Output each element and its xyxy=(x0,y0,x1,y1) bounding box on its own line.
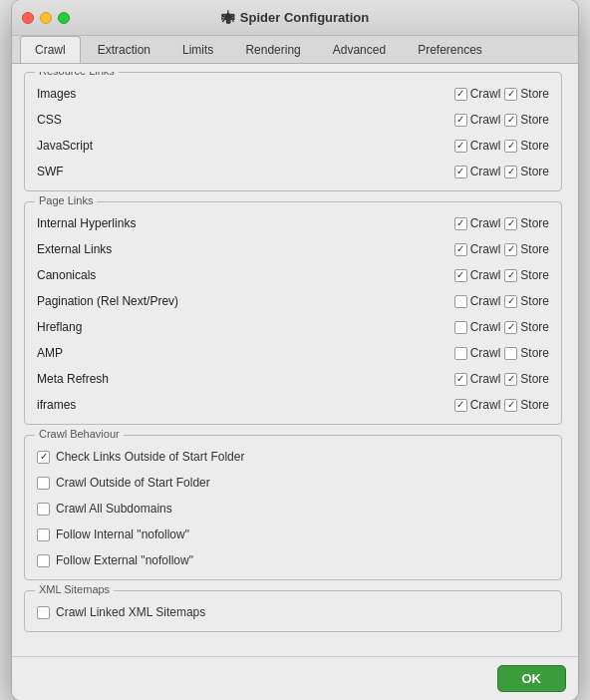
table-row: Pagination (Rel Next/Prev)CrawlStore xyxy=(35,288,551,314)
crawl-checkbox[interactable] xyxy=(454,269,467,282)
crawl-label: Crawl xyxy=(470,165,501,178)
row-label: Pagination (Rel Next/Prev) xyxy=(37,294,454,308)
store-label: Store xyxy=(520,268,549,282)
option-checkbox[interactable] xyxy=(37,451,50,464)
option-label: Follow Internal "nofollow" xyxy=(56,527,189,541)
option-label: Crawl Outside of Start Folder xyxy=(56,476,210,490)
tab-crawl[interactable]: Crawl xyxy=(20,36,81,63)
crawl-checkbox[interactable] xyxy=(454,399,467,412)
crawl-checkbox[interactable] xyxy=(454,295,467,308)
store-label: Store xyxy=(520,294,549,308)
tab-limits[interactable]: Limits xyxy=(167,36,228,63)
table-row: SWFCrawlStore xyxy=(35,159,551,184)
row-label: External Links xyxy=(37,242,454,256)
crawl-label: Crawl xyxy=(470,398,501,412)
option-checkbox[interactable] xyxy=(37,528,50,541)
spider-icon: 🕷 xyxy=(221,10,235,26)
group-xml-sitemaps: XML SitemapsCrawl Linked XML Sitemaps xyxy=(24,590,562,632)
row-label: AMP xyxy=(37,346,454,360)
crawl-label: Crawl xyxy=(470,87,501,101)
row-controls: CrawlStore xyxy=(454,242,549,256)
row-label: CSS xyxy=(37,113,454,127)
list-item: Crawl Linked XML Sitemaps xyxy=(35,599,551,625)
store-checkbox[interactable] xyxy=(504,140,517,153)
tab-rendering[interactable]: Rendering xyxy=(230,36,315,63)
row-label: iframes xyxy=(37,398,454,412)
group-page-links: Page LinksInternal HyperlinksCrawlStoreE… xyxy=(24,201,562,425)
minimize-button[interactable] xyxy=(40,12,52,24)
crawl-label: Crawl xyxy=(470,216,501,230)
crawl-checkbox[interactable] xyxy=(454,321,467,334)
row-label: Images xyxy=(37,87,454,101)
store-label: Store xyxy=(520,346,549,360)
store-checkbox[interactable] xyxy=(504,347,517,360)
row-controls: CrawlStore xyxy=(454,113,549,127)
row-controls: CrawlStore xyxy=(454,398,549,412)
crawl-checkbox[interactable] xyxy=(454,140,467,153)
store-checkbox[interactable] xyxy=(504,373,517,386)
tab-advanced[interactable]: Advanced xyxy=(318,36,401,63)
store-checkbox[interactable] xyxy=(504,88,517,101)
group-crawl-behaviour: Crawl BehaviourCheck Links Outside of St… xyxy=(24,435,562,580)
store-checkbox[interactable] xyxy=(504,321,517,334)
ok-button[interactable]: OK xyxy=(497,665,567,692)
scroll-area[interactable]: Resource LinksImagesCrawlStoreCSSCrawlSt… xyxy=(24,72,566,644)
window-title: 🕷 Spider Configuration xyxy=(221,10,369,26)
store-checkbox[interactable] xyxy=(504,269,517,282)
crawl-checkbox[interactable] xyxy=(454,217,467,230)
crawl-label: Crawl xyxy=(470,346,501,360)
option-checkbox[interactable] xyxy=(37,477,50,490)
crawl-checkbox[interactable] xyxy=(454,88,467,101)
crawl-label: Crawl xyxy=(470,372,501,386)
row-label: JavaScript xyxy=(37,139,454,153)
list-item: Crawl All Subdomains xyxy=(35,496,551,522)
tab-extraction[interactable]: Extraction xyxy=(83,36,165,63)
close-button[interactable] xyxy=(22,12,34,24)
row-label: Hreflang xyxy=(37,320,454,334)
store-checkbox[interactable] xyxy=(504,114,517,127)
crawl-checkbox[interactable] xyxy=(454,347,467,360)
footer: OK xyxy=(12,656,578,700)
tab-bar: CrawlExtractionLimitsRenderingAdvancedPr… xyxy=(12,36,578,64)
group-title-resource-links: Resource Links xyxy=(35,72,119,77)
table-row: HreflangCrawlStore xyxy=(35,314,551,340)
crawl-label: Crawl xyxy=(470,268,501,282)
row-controls: CrawlStore xyxy=(454,165,549,178)
store-label: Store xyxy=(520,113,549,127)
maximize-button[interactable] xyxy=(58,12,70,24)
titlebar: 🕷 Spider Configuration xyxy=(12,0,578,36)
option-checkbox[interactable] xyxy=(37,503,50,516)
row-label: SWF xyxy=(37,165,454,178)
crawl-checkbox[interactable] xyxy=(454,243,467,256)
store-checkbox[interactable] xyxy=(504,399,517,412)
row-controls: CrawlStore xyxy=(454,139,549,153)
crawl-label: Crawl xyxy=(470,139,501,153)
store-label: Store xyxy=(520,165,549,178)
store-label: Store xyxy=(520,320,549,334)
table-row: AMPCrawlStore xyxy=(35,340,551,366)
store-checkbox[interactable] xyxy=(504,295,517,308)
main-window: 🕷 Spider Configuration CrawlExtractionLi… xyxy=(11,0,579,700)
row-label: Canonicals xyxy=(37,268,454,282)
row-controls: CrawlStore xyxy=(454,268,549,282)
option-label: Check Links Outside of Start Folder xyxy=(56,450,244,464)
option-checkbox[interactable] xyxy=(37,606,50,619)
store-label: Store xyxy=(520,87,549,101)
crawl-checkbox[interactable] xyxy=(454,373,467,386)
crawl-checkbox[interactable] xyxy=(454,114,467,127)
table-row: Meta RefreshCrawlStore xyxy=(35,366,551,392)
tab-preferences[interactable]: Preferences xyxy=(403,36,497,63)
store-checkbox[interactable] xyxy=(504,243,517,256)
row-controls: CrawlStore xyxy=(454,372,549,386)
store-checkbox[interactable] xyxy=(504,217,517,230)
option-label: Follow External "nofollow" xyxy=(56,553,193,567)
row-label: Meta Refresh xyxy=(37,372,454,386)
option-checkbox[interactable] xyxy=(37,554,50,567)
crawl-checkbox[interactable] xyxy=(454,166,467,178)
store-checkbox[interactable] xyxy=(504,166,517,178)
list-item: Check Links Outside of Start Folder xyxy=(35,444,551,470)
store-label: Store xyxy=(520,139,549,153)
row-controls: CrawlStore xyxy=(454,294,549,308)
list-item: Follow Internal "nofollow" xyxy=(35,522,551,547)
store-label: Store xyxy=(520,372,549,386)
